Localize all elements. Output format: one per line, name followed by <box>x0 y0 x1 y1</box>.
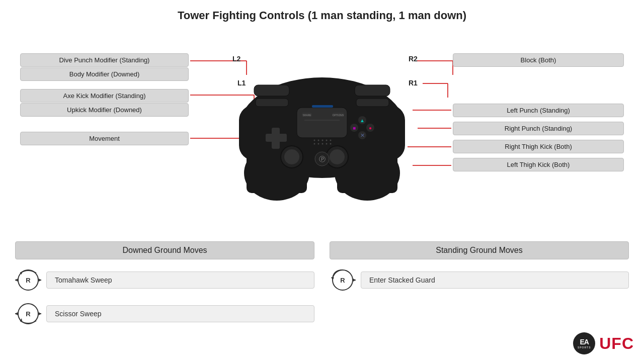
svg-rect-26 <box>266 134 287 142</box>
svg-point-48 <box>322 140 324 141</box>
standing-moves-panel: Standing Ground Moves R Enter Stacked Gu… <box>330 241 629 293</box>
controller-section: L2 L1 Dive Punch Modifier (Standing) Bod… <box>0 22 644 233</box>
svg-rect-22 <box>256 99 288 107</box>
svg-text:R: R <box>26 310 31 318</box>
branding: EA SPORTS UFC <box>573 332 634 354</box>
svg-text:R: R <box>340 277 345 284</box>
svg-point-30 <box>330 149 345 164</box>
svg-marker-60 <box>15 279 18 282</box>
svg-text:✕: ✕ <box>360 132 365 138</box>
downed-panel-title: Downed Ground Moves <box>15 241 314 259</box>
svg-rect-24 <box>297 108 347 138</box>
downed-moves-panel: Downed Ground Moves R Tomahawk <box>15 241 314 327</box>
svg-point-47 <box>318 140 319 141</box>
svg-point-53 <box>322 143 324 145</box>
body-modifier-label: Body Modifier (Downed) <box>20 67 189 81</box>
svg-text:●: ● <box>369 125 372 131</box>
svg-text:Ⓟ: Ⓟ <box>319 155 326 163</box>
ea-text: EA <box>580 338 589 346</box>
svg-point-46 <box>314 140 315 141</box>
svg-point-49 <box>326 140 328 141</box>
dive-punch-label: Dive Punch Modifier (Standing) <box>20 53 189 67</box>
svg-text:SHARE: SHARE <box>302 114 311 117</box>
right-thigh-kick-label: Right Thigh Kick (Both) <box>453 140 624 153</box>
sports-text: SPORTS <box>578 346 591 349</box>
svg-point-28 <box>284 149 299 164</box>
stacked-guard-joystick: R <box>330 267 356 293</box>
stacked-guard-label: Enter Stacked Guard <box>361 272 629 289</box>
svg-marker-62 <box>39 279 41 282</box>
svg-text:■: ■ <box>353 125 356 131</box>
block-label: Block (Both) <box>453 53 624 67</box>
svg-point-50 <box>330 140 332 141</box>
left-punch-label: Left Punch (Standing) <box>453 104 624 117</box>
bottom-section: Downed Ground Moves R Tomahawk <box>0 234 644 362</box>
svg-point-52 <box>318 143 319 145</box>
svg-point-51 <box>314 143 315 145</box>
upkick-modifier-label: Upkick Modifier (Downed) <box>20 103 189 117</box>
svg-rect-56 <box>312 105 333 108</box>
tomahawk-label: Tomahawk Sweep <box>46 272 314 289</box>
controller-image: ▲ ● ■ ✕ Ⓟ SHARE OPTIONS <box>226 27 418 208</box>
right-punch-label: Right Punch (Standing) <box>453 122 624 135</box>
ufc-text: UFC <box>599 334 634 353</box>
svg-marker-75 <box>353 279 356 282</box>
tomahawk-joystick: R <box>15 267 41 293</box>
svg-marker-69 <box>39 312 41 315</box>
svg-text:R: R <box>26 277 31 284</box>
standing-panel-title: Standing Ground Moves <box>330 241 629 259</box>
svg-rect-23 <box>356 99 389 107</box>
svg-rect-20 <box>254 85 289 96</box>
tomahawk-row: R Tomahawk Sweep <box>15 267 314 293</box>
page-title: Tower Fighting Controls (1 man standing,… <box>0 0 644 22</box>
stacked-guard-row: R Enter Stacked Guard <box>330 267 629 293</box>
svg-text:▲: ▲ <box>360 118 365 123</box>
svg-point-55 <box>330 143 332 145</box>
scissor-joystick: R <box>15 301 41 327</box>
svg-point-54 <box>326 143 328 145</box>
svg-text:OPTIONS: OPTIONS <box>333 114 344 117</box>
svg-rect-21 <box>355 85 390 96</box>
left-thigh-kick-label: Left Thigh Kick (Both) <box>453 158 624 171</box>
scissor-label: Scissor Sweep <box>46 305 314 322</box>
svg-marker-67 <box>15 312 18 315</box>
svg-marker-73 <box>331 277 334 280</box>
scissor-row: R Scissor Sweep <box>15 301 314 327</box>
movement-label: Movement <box>20 132 189 145</box>
ea-sports-badge: EA SPORTS <box>573 332 595 354</box>
axe-kick-label: Axe Kick Modifier (Standing) <box>20 89 189 103</box>
